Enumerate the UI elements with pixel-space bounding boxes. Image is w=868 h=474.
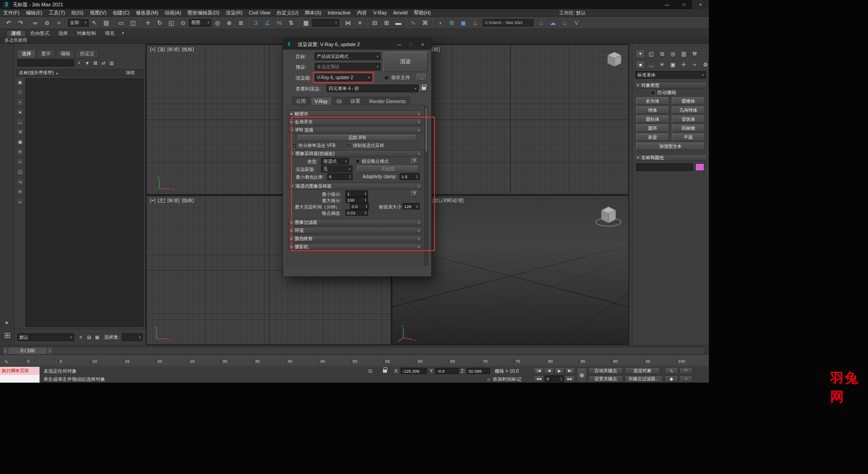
lights-category-icon[interactable]: ☀ bbox=[657, 60, 667, 69]
menu-item[interactable]: Arnold bbox=[390, 9, 411, 16]
dialog-tab[interactable]: 设置 bbox=[347, 97, 364, 105]
snaps-toggle-icon[interactable]: 3 bbox=[250, 18, 262, 28]
column-chooser-icon[interactable]: ▥ bbox=[108, 59, 116, 66]
spinner-arrows-icon[interactable]: ▴▾ bbox=[416, 175, 418, 179]
use-pivot-point-center-icon[interactable]: ◎ bbox=[212, 18, 223, 28]
primitive-button[interactable]: 圆柱体 bbox=[636, 115, 669, 123]
spinner-arrows-icon[interactable]: ▴▾ bbox=[561, 377, 562, 381]
frame-tick-label[interactable]: 45 bbox=[318, 359, 351, 364]
viewport-label-segment[interactable]: [默认明暗处理] bbox=[433, 198, 464, 204]
help-button[interactable]: ? bbox=[411, 190, 418, 197]
primitive-button[interactable]: 四棱锥 bbox=[672, 124, 705, 132]
frame-tick-label[interactable]: 50 bbox=[351, 359, 383, 364]
dialog-title-bar[interactable]: 3 渲染设置: V-Ray 6, update 2 — □ × bbox=[283, 39, 431, 50]
menu-item[interactable]: 图形编辑器(D) bbox=[184, 9, 222, 16]
primitive-button[interactable]: 长方体 bbox=[636, 97, 669, 105]
motion-tab-icon[interactable]: ◎ bbox=[668, 49, 678, 58]
explorer-tab[interactable]: 编辑 bbox=[56, 49, 75, 58]
explorer-tab[interactable]: 自定义 bbox=[75, 49, 99, 58]
cameras-category-icon[interactable]: ▣ bbox=[668, 60, 678, 69]
project-folder-field[interactable]: C:\Users\··· Max 2021 bbox=[483, 19, 533, 27]
render-setup-icon[interactable]: ⚙ bbox=[446, 18, 458, 28]
frame-tick-label[interactable]: 20 bbox=[156, 359, 188, 364]
isolate-selection-icon[interactable]: ⊡ bbox=[366, 368, 374, 374]
maxscript-mini-listener-input[interactable] bbox=[0, 375, 40, 383]
spinner-arrows-icon[interactable]: ▴▾ bbox=[416, 204, 418, 209]
object-color-swatch[interactable] bbox=[695, 163, 704, 171]
hierarchy-tab-icon[interactable]: ⧉ bbox=[657, 49, 667, 58]
frame-tick-label[interactable]: 85 bbox=[579, 359, 611, 364]
rollout-color-mapping[interactable]: ▶颜色映射≡ bbox=[288, 235, 422, 242]
explorer-search-input[interactable] bbox=[17, 59, 74, 66]
utilities-tab-icon[interactable]: ⚒ bbox=[690, 49, 699, 58]
view-cube[interactable] bbox=[594, 202, 623, 230]
name-column-label[interactable]: 名称(按升序排序) bbox=[19, 70, 54, 76]
time-slider[interactable]: ‹ 0 / 100 › bbox=[2, 347, 53, 355]
render-production-icon[interactable]: ♨ bbox=[469, 18, 481, 28]
ribbon-tab[interactable]: 自由形式 bbox=[26, 30, 54, 37]
noise-threshold-spinner[interactable]: 0.01▴▾ bbox=[345, 209, 368, 216]
menu-item[interactable]: 内容 bbox=[354, 9, 370, 16]
bind-to-space-warp-icon[interactable]: ≈ bbox=[53, 18, 65, 28]
default-in-tangent-icon[interactable]: ∿ bbox=[665, 367, 678, 374]
explorer-tab[interactable]: 显示 bbox=[37, 49, 55, 58]
next-frame-arrow[interactable]: › bbox=[47, 347, 53, 355]
time-slider-handle[interactable]: 0 / 100 bbox=[8, 347, 47, 355]
redo-icon[interactable]: ↷ bbox=[14, 18, 26, 28]
max-subdivs-spinner[interactable]: 100▴▾ bbox=[345, 197, 368, 203]
edit-named-selection-sets-icon[interactable]: ▦ bbox=[300, 18, 312, 28]
display-geometry-icon[interactable]: ● bbox=[16, 108, 24, 116]
ribbon-tab[interactable]: 对象绘制 bbox=[72, 30, 100, 37]
frame-tick-label[interactable]: 15 bbox=[123, 359, 156, 364]
menu-item[interactable]: 工具(T) bbox=[46, 9, 68, 16]
save-file-checkbox[interactable]: ✓ bbox=[384, 76, 389, 80]
window-crossing-icon[interactable]: ◫ bbox=[127, 18, 139, 28]
view-to-render-dropdown[interactable]: 四元菜单 4 - 前▾ bbox=[326, 85, 419, 92]
key-step-forward-button[interactable]: ▶▶ bbox=[565, 375, 575, 382]
select-and-move-icon[interactable]: ✛ bbox=[142, 18, 154, 28]
display-invert-icon[interactable]: ◐ bbox=[16, 98, 24, 106]
toggle-ribbon-icon[interactable]: ▬ bbox=[392, 18, 404, 28]
spinner-arrows-icon[interactable]: ▴▾ bbox=[349, 175, 351, 179]
y-coordinate-field[interactable]: -0.0 bbox=[435, 368, 459, 374]
percent-snap-icon[interactable]: % bbox=[274, 18, 285, 28]
previous-frame-arrow[interactable]: ‹ bbox=[2, 347, 8, 355]
enable-ipr-button[interactable]: 启用 IPR bbox=[298, 135, 416, 141]
primitive-button[interactable]: 平面 bbox=[672, 133, 705, 141]
play-button[interactable]: ▶ bbox=[554, 367, 565, 374]
autogrid-checkbox[interactable]: ✓ bbox=[651, 90, 655, 95]
frame-tick-label[interactable]: 75 bbox=[514, 359, 546, 364]
rollout-global-switches[interactable]: ▶全局开关≡ bbox=[288, 118, 422, 125]
key-filters-button[interactable]: 关键点过滤器... bbox=[625, 375, 663, 382]
viewport-layout-tab-icon[interactable]: ⊞ bbox=[2, 330, 13, 341]
render-button[interactable]: 渲染 bbox=[383, 52, 428, 72]
minimize-button[interactable]: — bbox=[659, 0, 675, 9]
mask-map-button[interactable]: 无贴图 bbox=[357, 166, 419, 172]
primitive-button[interactable]: 球体 bbox=[636, 106, 669, 114]
ray-bundle-size-spinner[interactable]: 128▴▾ bbox=[402, 203, 420, 209]
frame-tick-label[interactable]: 35 bbox=[253, 359, 286, 364]
spinner-arrows-icon[interactable]: ▴▾ bbox=[365, 211, 366, 215]
frame-tick-label[interactable]: 65 bbox=[448, 359, 481, 364]
key-filter-target-dropdown[interactable]: 选定对象 bbox=[625, 367, 660, 374]
rollout-name-color[interactable]: ▼ 名称和颜色 bbox=[634, 154, 707, 161]
panel-expand-arrow-icon[interactable]: ▶ bbox=[4, 319, 11, 326]
curve-editor-icon[interactable]: ∿ bbox=[407, 18, 419, 28]
menu-item[interactable]: 脚本(S) bbox=[302, 9, 325, 16]
select-object-icon[interactable]: ↖ bbox=[89, 18, 100, 28]
viewport-label-segment[interactable]: [线框] bbox=[182, 47, 194, 53]
helpers-category-icon[interactable]: ✛ bbox=[679, 60, 689, 69]
menu-item[interactable]: Interactive bbox=[325, 9, 354, 16]
display-materials-icon[interactable]: ◒ bbox=[16, 198, 24, 205]
fit-resolution-vfb-checkbox[interactable]: ✓ bbox=[292, 143, 297, 148]
x-coordinate-field[interactable]: -125.309 bbox=[401, 368, 427, 374]
trackbar-mini-curve-icon[interactable]: ∿ bbox=[3, 358, 10, 365]
toggle-scene-explorer-icon[interactable]: ⊟ bbox=[369, 18, 381, 28]
dialog-scrollbar[interactable] bbox=[425, 107, 428, 265]
select-and-scale-icon[interactable]: ◱ bbox=[165, 18, 177, 28]
target-dropdown[interactable]: 产品级渲染模式▾ bbox=[315, 52, 381, 60]
primitive-button[interactable]: 管状体 bbox=[672, 115, 705, 123]
frame-tick-label[interactable]: 60 bbox=[416, 359, 448, 364]
primitive-button[interactable]: 茶壶 bbox=[636, 133, 669, 141]
menu-item[interactable]: 编辑(E) bbox=[23, 9, 46, 16]
